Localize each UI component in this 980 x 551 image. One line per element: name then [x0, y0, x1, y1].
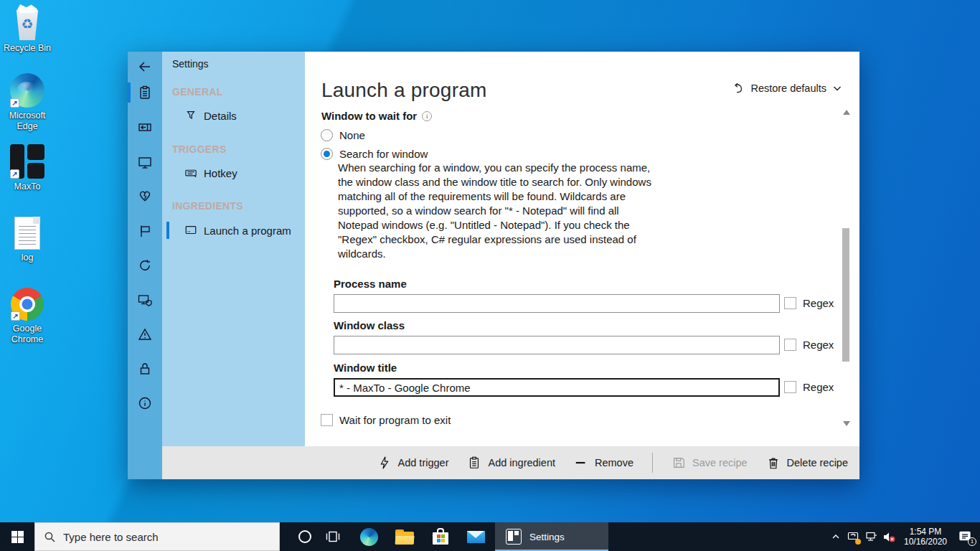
cortana-button[interactable] [289, 522, 321, 551]
notification-badge: 1 [968, 537, 976, 546]
save-recipe-button[interactable]: Save recipe [672, 456, 748, 470]
clock-date: 10/16/2020 [903, 537, 948, 547]
desktop-icon-maxto[interactable]: ↗ MaxTo [0, 144, 55, 192]
shortcut-arrow-icon: ↗ [10, 169, 19, 179]
undo-icon [732, 82, 745, 95]
save-icon [672, 456, 686, 470]
task-view-button[interactable] [317, 522, 349, 551]
desktop-icon-microsoft-edge[interactable]: ↗ Microsoft Edge [0, 73, 55, 132]
delete-recipe-button[interactable]: Delete recipe [766, 456, 848, 470]
regex-checkbox-window-title[interactable]: Regex [784, 381, 834, 393]
dock-left-icon [137, 119, 153, 135]
tray-overflow-button[interactable] [826, 522, 844, 551]
rail-item-recipes[interactable] [128, 82, 162, 103]
tray-volume-button[interactable] [880, 522, 898, 551]
recycle-bin-icon: ♻ [11, 4, 43, 40]
taskbar-clock[interactable]: 1:54 PM 10/16/2020 [903, 527, 948, 547]
clipboard-icon [467, 456, 481, 470]
tray-network-button[interactable] [862, 522, 880, 551]
taskbar-search-box[interactable]: Type here to search [34, 522, 280, 551]
windows-logo-icon [11, 531, 24, 543]
remove-button[interactable]: Remove [574, 456, 633, 470]
nav-panel: Settings GENERAL Details TRIGGERS Hotkey… [162, 52, 305, 446]
nav-item-hotkey[interactable]: Hotkey [162, 161, 305, 185]
vertical-scrollbar[interactable] [842, 106, 851, 428]
window-class-input[interactable] [334, 336, 780, 354]
window-title-input[interactable] [334, 378, 780, 397]
scrollbar-thumb[interactable] [842, 228, 849, 362]
refresh-icon [137, 258, 153, 273]
trash-icon [766, 456, 781, 470]
radio-unselected-icon [321, 129, 333, 141]
shortcut-arrow-icon: ↗ [10, 98, 19, 108]
restore-defaults-label: Restore defaults [750, 83, 826, 94]
restore-defaults-button[interactable]: Restore defaults [732, 82, 842, 95]
chrome-icon: ↗ [11, 288, 44, 321]
desktop-icon-recycle-bin[interactable]: ♻ Recycle Bin [0, 4, 55, 54]
nav-section-ingredients: INGREDIENTS [172, 200, 243, 212]
rail-item-diagnostics[interactable] [128, 324, 162, 345]
wait-for-program-checkbox[interactable]: Wait for program to exit [321, 414, 451, 426]
nav-item-label: Details [204, 110, 237, 122]
search-placeholder: Type here to search [63, 531, 159, 543]
filter-icon [184, 109, 198, 122]
back-button[interactable] [128, 56, 162, 77]
nav-item-details[interactable]: Details [162, 103, 305, 128]
lightning-icon [377, 456, 392, 470]
scroll-down-arrow-icon[interactable] [843, 421, 850, 426]
process-name-input[interactable] [334, 294, 780, 313]
desktop-icon-label: MaxTo [14, 182, 41, 192]
clipboard-icon [137, 85, 153, 100]
flag-icon [137, 223, 153, 239]
taskbar-file-explorer-button[interactable] [389, 522, 420, 551]
search-description-text: When searching for a window, you can spe… [338, 161, 656, 261]
add-trigger-button[interactable]: Add trigger [377, 456, 449, 470]
edge-icon: ↗ [10, 73, 44, 108]
window-title: Settings [172, 58, 209, 70]
ethernet-icon [865, 530, 878, 543]
rail-item-license[interactable] [128, 358, 162, 380]
taskbar-mail-button[interactable] [460, 522, 491, 551]
nav-section-triggers: TRIGGERS [172, 143, 227, 155]
desktop-icon-google-chrome[interactable]: ↗ Google Chrome [0, 288, 55, 345]
search-icon [44, 531, 56, 543]
radio-option-search-for-window[interactable]: Search for window [321, 148, 428, 160]
field-label-window-title: Window title [334, 362, 397, 374]
rail-item-dock[interactable] [128, 116, 162, 138]
taskbar-edge-button[interactable] [353, 522, 385, 551]
regex-checkbox-process-name[interactable]: Regex [784, 297, 834, 309]
info-icon[interactable]: i [422, 111, 432, 121]
nav-item-label: Launch a program [204, 225, 291, 237]
field-label-process-name: Process name [334, 278, 407, 290]
microsoft-store-icon [433, 528, 448, 545]
desktop-icon-log[interactable]: log [0, 217, 55, 263]
tray-display-button[interactable] [844, 522, 862, 551]
start-button[interactable] [0, 522, 34, 551]
clock-time: 1:54 PM [903, 527, 948, 537]
rail-item-security[interactable] [128, 289, 162, 311]
rail-item-updates[interactable] [128, 255, 162, 276]
add-ingredient-button[interactable]: Add ingredient [467, 456, 555, 470]
nav-rail [128, 52, 162, 479]
rail-item-compatibility[interactable] [128, 186, 162, 207]
taskbar-store-button[interactable] [425, 522, 456, 551]
recipe-toolbar: Add trigger Add ingredient Remove Save r… [162, 446, 859, 479]
nav-item-launch-a-program[interactable]: Launch a program [162, 218, 305, 242]
taskbar-active-task-settings[interactable]: Settings [495, 522, 608, 551]
task-view-icon [325, 529, 341, 545]
system-tray: 1:54 PM 10/16/2020 1 [826, 522, 980, 551]
shortcut-arrow-icon: ↗ [11, 311, 20, 321]
page-title: Launch a program [321, 79, 486, 102]
regex-checkbox-window-class[interactable]: Regex [784, 339, 834, 351]
action-center-button[interactable]: 1 [953, 522, 977, 551]
checkbox-icon [784, 381, 796, 393]
checkbox-icon [784, 339, 796, 351]
rail-item-flags[interactable] [128, 220, 162, 242]
scroll-up-arrow-icon[interactable] [843, 110, 850, 115]
checkbox-icon [784, 297, 796, 309]
rail-item-monitors[interactable] [128, 151, 162, 173]
radio-option-none[interactable]: None [321, 129, 365, 141]
rail-item-about[interactable] [128, 392, 162, 414]
desktop-wallpaper: ♻ Recycle Bin ↗ Microsoft Edge ↗ MaxTo l… [0, 0, 980, 551]
settings-content: Launch a program Restore defaults Window… [305, 52, 859, 446]
